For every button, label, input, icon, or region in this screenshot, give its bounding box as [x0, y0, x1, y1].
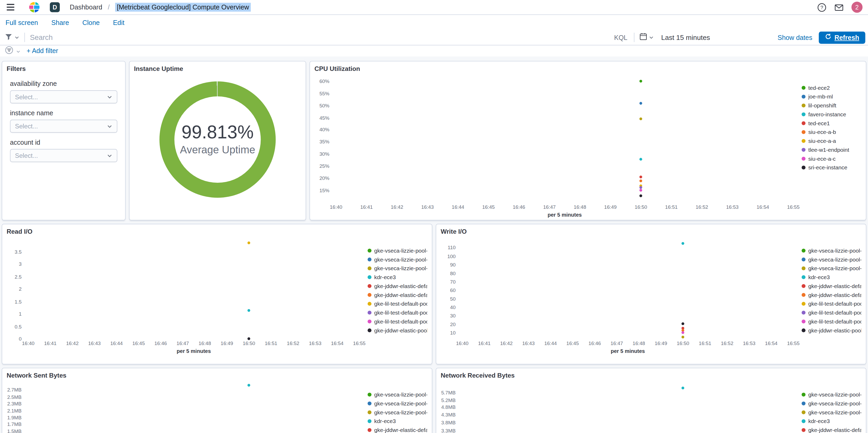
filter-options-icon[interactable]	[5, 46, 13, 56]
legend-item[interactable]: gke-lil-test-default-pool-c1e…	[802, 317, 862, 326]
legend-item[interactable]: gke-lil-test-default-pool-c1e…	[368, 317, 428, 326]
x-tick-label: 16:51	[265, 341, 277, 346]
instance-name-select[interactable]: Select...	[10, 120, 117, 133]
legend-item[interactable]: gke-lil-test-default-pool-c1e…	[368, 299, 428, 308]
availability-zone-select[interactable]: Select...	[10, 90, 117, 104]
x-axis-title: per 5 minutes	[333, 210, 796, 219]
data-point	[682, 331, 685, 334]
legend-item[interactable]: gke-jddwr-elastic-default-po…	[368, 290, 428, 299]
legend-label: gke-jddwr-elastic-default-po…	[808, 283, 861, 289]
y-tick-label: 35%	[319, 139, 330, 145]
select-placeholder: Select...	[15, 93, 38, 100]
x-tick-label: 16:43	[522, 341, 535, 346]
elastic-logo[interactable]	[29, 2, 40, 12]
legend-item[interactable]: gke-jddwr-elastic-pool-3-74…	[802, 326, 862, 335]
legend-item[interactable]: gke-vseca-lizzie-pool-1-1877…	[368, 390, 428, 399]
add-filter-link[interactable]: + Add filter	[27, 47, 58, 55]
x-tick-label: 16:54	[331, 341, 344, 346]
legend-item[interactable]: kdr-ece3	[802, 272, 862, 282]
legend-item[interactable]: gke-jddwr-elastic-default-po…	[802, 290, 862, 299]
legend-label: gke-vseca-lizzie-pool-1-c417…	[808, 256, 861, 262]
legend-item[interactable]: ted-ece2	[802, 83, 862, 92]
saved-query-menu-button[interactable]	[0, 30, 24, 45]
legend-item[interactable]: sri-ece-instance	[802, 163, 862, 172]
legend-dot-icon	[802, 257, 806, 261]
legend-label: gke-lil-test-default-pool-c1e…	[374, 300, 427, 307]
data-point	[640, 102, 642, 105]
kql-button[interactable]: KQL	[607, 34, 634, 41]
legend-item[interactable]: gke-jddwr-elastic-pool-3-74…	[368, 326, 428, 335]
x-tick-label: 16:45	[132, 341, 145, 346]
legend-dot-icon	[368, 301, 372, 306]
y-tick-label: 0.5	[15, 324, 22, 329]
legend-item[interactable]: gke-vseca-lizzie-pool-1-630…	[802, 264, 862, 272]
data-point	[248, 241, 250, 244]
legend-item[interactable]: gke-vseca-lizzie-pool-1-1877…	[802, 246, 862, 255]
mail-icon[interactable]	[834, 2, 844, 12]
refresh-button[interactable]: Refresh	[819, 31, 865, 43]
account-id-select[interactable]: Select...	[10, 149, 117, 162]
network-received-bytes-panel: Network Received Bytes 5.7MB5.2MB4.8MB4.…	[436, 368, 866, 433]
y-tick-label: 4.3MB	[441, 412, 456, 418]
legend-label: gke-jddwr-elastic-default-po…	[374, 283, 427, 289]
legend-item[interactable]: ted-ece1	[802, 118, 862, 127]
legend-item[interactable]: gke-jddwr-elastic-default-po…	[802, 425, 862, 433]
legend-item[interactable]: gke-lil-test-default-pool-c1e…	[802, 308, 862, 317]
show-dates-link[interactable]: Show dates	[778, 34, 812, 41]
legend-item[interactable]: siu-ece-a-a	[802, 136, 862, 145]
legend-item[interactable]: gke-vseca-lizzie-pool-1-1877…	[368, 246, 428, 255]
space-badge[interactable]: D	[50, 2, 60, 12]
y-tick-label: 1	[19, 311, 22, 317]
legend-item[interactable]: gke-vseca-lizzie-pool-1-630…	[802, 407, 862, 416]
legend-item[interactable]: siu-ece-a-b	[802, 127, 862, 136]
write-io-panel: Write I/O 102030405060708090100110 16:40…	[436, 224, 866, 365]
panel-title: Write I/O	[436, 224, 866, 237]
chart-legend: ted-ece2joe-mb-mllil-openshiftfavero-ins…	[796, 77, 862, 172]
data-point	[682, 336, 685, 339]
y-tick-label: 2.3MB	[7, 401, 22, 407]
legend-item[interactable]: joe-mb-ml	[802, 92, 862, 101]
help-icon[interactable]: ?	[817, 2, 827, 12]
full-screen-link[interactable]: Full screen	[5, 19, 38, 27]
legend-item[interactable]: gke-vseca-lizzie-pool-1-c417…	[368, 399, 428, 408]
filters-panel: Filters availability zone Select... inst…	[2, 61, 125, 220]
legend-item[interactable]: gke-jddwr-elastic-default-po…	[368, 281, 428, 290]
legend-item[interactable]: gke-lil-test-default-pool-c1e…	[802, 299, 862, 308]
legend-item[interactable]: gke-vseca-lizzie-pool-1-630…	[368, 264, 428, 272]
y-tick-label: 4.8MB	[441, 404, 456, 410]
menu-icon[interactable]	[5, 3, 16, 12]
legend-label: gke-lil-test-default-pool-c1e…	[808, 300, 861, 307]
legend-item[interactable]: gke-jddwr-elastic-default-po…	[802, 281, 862, 290]
query-bar: KQL Last 15 minutes Show dates Refresh	[0, 30, 868, 46]
x-tick-label: 16:44	[545, 341, 557, 346]
legend-dot-icon	[368, 328, 372, 332]
search-input[interactable]	[25, 33, 608, 42]
clone-link[interactable]: Clone	[83, 19, 100, 27]
legend-item[interactable]: kdr-ece3	[802, 416, 862, 425]
y-axis: 5.7MB5.2MB4.8MB4.3MB3.8MB3.3MB	[441, 383, 460, 433]
legend-item[interactable]: gke-vseca-lizzie-pool-1-630…	[368, 407, 428, 416]
legend-item[interactable]: siu-ece-a-c	[802, 154, 862, 163]
time-range[interactable]: Last 15 minutes	[659, 34, 712, 41]
chevron-down-icon	[16, 46, 21, 56]
legend-label: gke-vseca-lizzie-pool-1-1877…	[808, 391, 861, 397]
legend-item[interactable]: gke-jddwr-elastic-default-po…	[368, 425, 428, 433]
legend-item[interactable]: lil-openshift	[802, 101, 862, 110]
legend-item[interactable]: kdr-ece3	[368, 416, 428, 425]
legend-item[interactable]: gke-vseca-lizzie-pool-1-c417…	[368, 255, 428, 264]
user-avatar[interactable]: 2	[851, 2, 863, 12]
x-tick-label: 16:55	[353, 341, 366, 346]
chevron-down-icon	[107, 92, 112, 102]
legend-item[interactable]: kdr-ece3	[368, 272, 428, 282]
breadcrumb-dashboard[interactable]: Dashboard	[70, 3, 102, 11]
edit-link[interactable]: Edit	[113, 19, 124, 27]
legend-item[interactable]: gke-vseca-lizzie-pool-1-1877…	[802, 390, 862, 399]
legend-item[interactable]: gke-vseca-lizzie-pool-1-c417…	[802, 255, 862, 264]
legend-item[interactable]: favero-instance	[802, 110, 862, 119]
legend-item[interactable]: gke-vseca-lizzie-pool-1-c417…	[802, 399, 862, 408]
date-picker-button[interactable]	[635, 30, 659, 45]
legend-item[interactable]: tlee-w1-endpoint	[802, 145, 862, 154]
share-link[interactable]: Share	[51, 19, 69, 27]
legend-item[interactable]: gke-lil-test-default-pool-c1e…	[368, 308, 428, 317]
x-tick-label: 16:42	[391, 204, 403, 210]
